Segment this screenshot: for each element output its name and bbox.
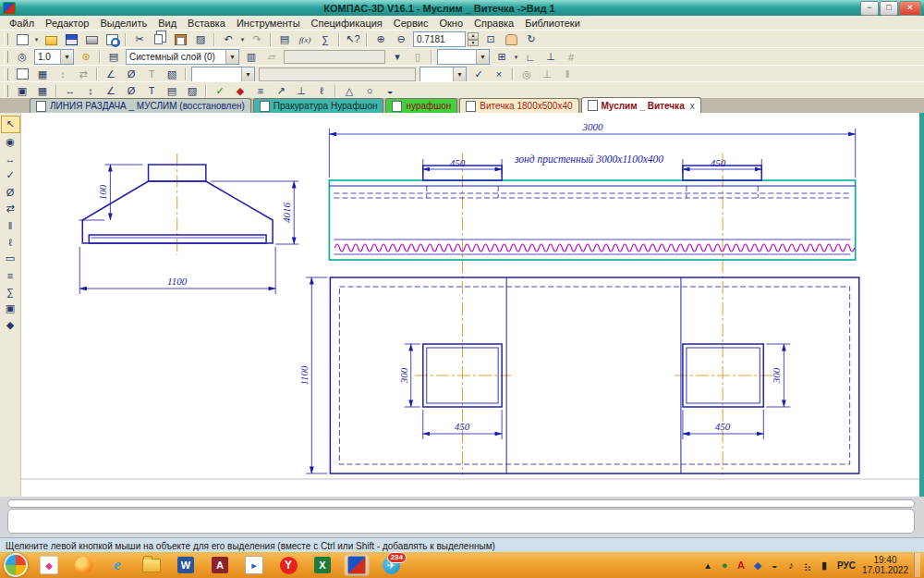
geometry-tool[interactable]: ◉ <box>2 134 19 150</box>
table-icon[interactable]: ▤ <box>162 83 182 99</box>
layout-grid-icon[interactable]: ▦ <box>32 67 53 82</box>
circle-tool-icon[interactable]: ○ <box>359 83 380 99</box>
menu-editor[interactable]: Редактор <box>40 18 94 29</box>
drawing-area[interactable]: зонд пристенный 3000х1100х400 <box>21 113 924 497</box>
parallel-icon[interactable]: ‖ <box>557 67 578 82</box>
file-explorer-icon[interactable] <box>139 554 164 576</box>
word-icon[interactable]: W <box>173 554 199 576</box>
chevron-down-icon[interactable]: ▼ <box>476 50 489 64</box>
zoom-combo[interactable]: 0.7181 <box>413 31 466 47</box>
menu-file[interactable]: Файл <box>4 18 40 29</box>
save-icon[interactable] <box>61 31 81 47</box>
new-document-icon[interactable] <box>12 31 32 47</box>
designations-tool[interactable]: ✓ <box>2 167 19 183</box>
hatch-tool-icon[interactable]: ▨ <box>182 83 202 99</box>
zoom-out-icon[interactable]: ⊖ <box>391 31 411 47</box>
volume-icon[interactable]: ♪ <box>784 560 797 571</box>
zoom-area-icon[interactable]: ⊡ <box>480 31 501 47</box>
parameter-field[interactable] <box>259 68 416 81</box>
diameter-icon[interactable]: Ø <box>121 67 141 82</box>
centerline-icon[interactable]: ≡ <box>250 83 271 99</box>
menu-window[interactable]: Окно <box>433 18 468 29</box>
text-tool-icon[interactable]: T <box>141 67 162 82</box>
menu-view[interactable]: Вид <box>152 18 182 29</box>
designations-ext-tool[interactable]: Ø <box>2 184 19 200</box>
measurements-tool[interactable]: ℓ <box>2 234 19 250</box>
specification-tool[interactable]: ≡ <box>2 267 19 283</box>
layers-icon[interactable]: ▤ <box>103 49 124 65</box>
undo-dropdown[interactable]: ▾ <box>238 36 247 43</box>
title-bar[interactable]: КОМПАС-3D V16.1 - Муслим _ Витечка ->Вид… <box>0 0 924 16</box>
view-manager-icon[interactable]: ▯ <box>407 49 428 65</box>
selection-tool[interactable]: ▭ <box>2 251 19 266</box>
grid-toggle-icon[interactable]: ▦ <box>32 83 53 99</box>
auto-create-icon[interactable]: ◎ <box>517 67 537 82</box>
grid-dropdown[interactable]: ▾ <box>512 54 520 61</box>
tray-expand-icon[interactable]: ▴ <box>701 560 714 571</box>
macro-tool[interactable]: ◆ <box>2 317 19 333</box>
help-cursor-icon[interactable]: ↖? <box>343 31 363 47</box>
vertical-dimension-icon[interactable]: ↕ <box>80 83 101 99</box>
menu-insert[interactable]: Вставка <box>182 18 231 29</box>
ortho-icon[interactable]: ⊥ <box>541 49 561 65</box>
drawing-canvas[interactable]: зонд пристенный 3000х1100х400 <box>21 113 924 497</box>
toolbar-grip[interactable] <box>4 85 8 97</box>
center-lines[interactable] <box>177 154 773 475</box>
cursor-tool[interactable]: ↖ <box>1 116 20 133</box>
copy-icon[interactable] <box>150 31 170 47</box>
style-combo[interactable]: ▼ <box>191 67 255 82</box>
unit-combo[interactable]: ▼ <box>419 67 467 82</box>
redo-icon[interactable]: ↷ <box>247 31 267 47</box>
view-field[interactable] <box>284 50 385 64</box>
state-combo[interactable]: ▼ <box>437 49 490 65</box>
firefox-icon[interactable] <box>70 554 96 576</box>
battery-icon[interactable]: ▮ <box>818 560 831 571</box>
marker-icon[interactable]: ◆ <box>230 83 250 99</box>
toolbar-grip[interactable] <box>4 33 8 45</box>
tab-vitechka-1800[interactable]: Витечка 1800x500x40 <box>459 98 578 113</box>
dimensions-tool[interactable]: ↔ <box>2 151 19 166</box>
sync-icon[interactable]: ◆ <box>751 560 764 571</box>
menu-service[interactable]: Сервис <box>388 18 434 29</box>
undo-icon[interactable]: ↶ <box>218 31 238 47</box>
angle-icon[interactable]: ∠ <box>101 67 121 82</box>
cut-icon[interactable]: ✂ <box>129 31 150 47</box>
library-manager-icon[interactable]: ▤ <box>274 31 295 47</box>
network-icon[interactable]: ⣦ <box>801 560 814 571</box>
chevron-down-icon[interactable]: ▼ <box>60 50 73 64</box>
local-cs-icon[interactable]: ∟ <box>520 49 541 65</box>
open-document-icon[interactable] <box>41 31 61 47</box>
update-icon[interactable]: ◒ <box>768 560 781 571</box>
grid-icon[interactable]: ⊞ <box>492 49 512 65</box>
clock[interactable]: 19:40 17.01.2022 <box>862 555 908 576</box>
paste-icon[interactable] <box>170 31 190 47</box>
close-button[interactable]: × <box>899 1 921 16</box>
refresh-icon[interactable]: ↻ <box>521 31 541 47</box>
show-desktop-button[interactable] <box>914 553 920 577</box>
abort-icon[interactable]: × <box>489 67 509 82</box>
access-icon[interactable]: A <box>207 554 233 576</box>
chevron-down-icon[interactable]: ▼ <box>241 68 254 81</box>
inserts-tool[interactable]: ▣ <box>2 301 19 316</box>
reports-tool[interactable]: ∑ <box>2 284 19 300</box>
property-bar-collapsed[interactable] <box>7 499 915 508</box>
print-icon[interactable] <box>81 31 102 47</box>
layer-combo[interactable]: Системный слой (0) ▼ <box>126 49 239 65</box>
variables-icon[interactable]: f(x) <box>295 31 315 47</box>
yandex-browser-icon[interactable]: Y <box>275 554 301 576</box>
internet-explorer-icon[interactable]: e <box>104 554 130 576</box>
base-symbol-icon[interactable]: ⊥ <box>291 83 311 99</box>
side-view[interactable] <box>329 166 855 260</box>
move-view-icon[interactable]: ↕ <box>53 67 73 82</box>
macro-icon[interactable]: ∑ <box>315 31 335 47</box>
tab-muslim-vitechka-active[interactable]: Муслим _ Витечка x <box>581 97 701 113</box>
photos-icon[interactable]: ◆ <box>36 554 62 576</box>
round-off-icon[interactable]: # <box>561 49 581 65</box>
media-player-icon[interactable]: ▸ <box>241 554 267 576</box>
layer-edit-icon[interactable]: ▱ <box>261 49 282 65</box>
property-input[interactable] <box>7 509 915 534</box>
diameter-dimension-icon[interactable]: Ø <box>121 83 141 99</box>
settings-icon[interactable]: ◒ <box>380 83 400 99</box>
leader-icon[interactable]: ↗ <box>271 83 291 99</box>
accept-icon[interactable]: ✓ <box>468 67 489 82</box>
